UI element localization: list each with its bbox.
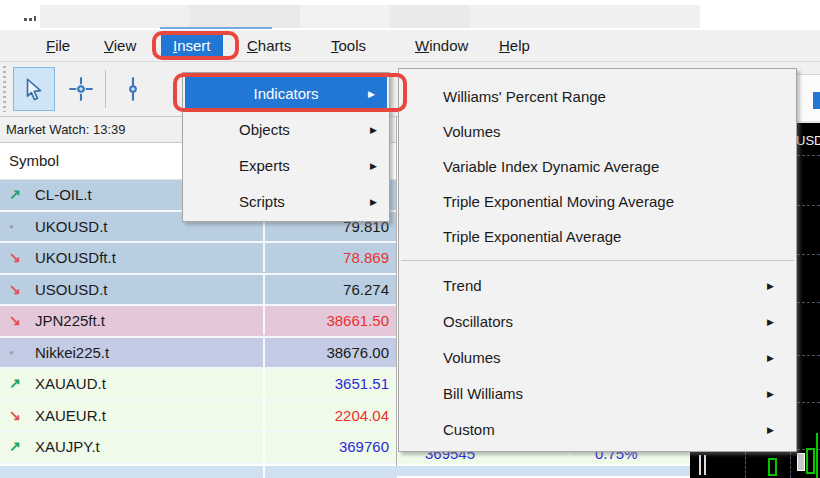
trend-flat-icon: ● xyxy=(9,212,31,241)
title-strip xyxy=(0,0,820,30)
submenu-item-triple-exponential-average[interactable]: Triple Exponential Average xyxy=(399,219,796,254)
faded-tab xyxy=(390,5,470,28)
bid-price: 78.869 xyxy=(263,243,394,272)
trend-down-icon: ↘ xyxy=(9,401,31,430)
annotation-highlight-insert xyxy=(152,31,239,60)
table-row[interactable]: ↗ XAUAUD.t 3651.51 xyxy=(0,369,396,401)
title-fragment xyxy=(24,16,38,22)
table-row[interactable]: ↘ XAUEUR.t 2204.04 xyxy=(0,401,396,433)
submenu-item-williams-percent-range[interactable]: Williams' Percent Range xyxy=(399,79,796,114)
symbol-name: CL-OIL.t xyxy=(35,180,92,209)
table-row[interactable]: ↘ JPN225ft.t 38661.50 xyxy=(0,306,396,338)
submenu-category-custom[interactable]: Custom ▶ xyxy=(399,412,796,448)
menu-charts[interactable]: Charts xyxy=(247,30,291,62)
toolbar-grip[interactable] xyxy=(3,66,6,112)
trend-up-icon: ↗ xyxy=(9,180,31,209)
submenu-arrow-icon: ▶ xyxy=(370,184,377,220)
menu-tools[interactable]: Tools xyxy=(331,30,366,62)
symbol-name: XAUJPY.t xyxy=(35,432,100,461)
column-divider xyxy=(569,452,571,456)
symbol-name: XAUEUR.t xyxy=(35,401,106,430)
menu-item-label: Experts xyxy=(239,157,290,174)
symbol-name: JPN225ft.t xyxy=(35,306,105,335)
menu-help[interactable]: Help xyxy=(499,30,530,62)
bid-price: 2204.04 xyxy=(263,401,394,430)
submenu-category-volumes[interactable]: Volumes ▶ xyxy=(399,340,796,376)
bid-price: 3651.51 xyxy=(263,369,394,398)
partial-row xyxy=(0,466,397,478)
submenu-arrow-icon: ▶ xyxy=(767,412,774,448)
symbol-list: ↗ CL-OIL.t ● UKOUSD.t 79.810 ↘ UKOUSDft.… xyxy=(0,180,396,464)
category-label: Trend xyxy=(443,277,482,294)
submenu-arrow-icon: ▶ xyxy=(370,148,377,184)
menu-item-scripts[interactable]: Scripts ▶ xyxy=(183,184,389,220)
bid-price: 76.274 xyxy=(263,275,394,304)
table-row[interactable]: ↘ UKOUSDft.t 78.869 xyxy=(0,243,396,275)
category-label: Volumes xyxy=(443,349,501,366)
crosshair-icon xyxy=(67,75,95,103)
menu-file[interactable]: File xyxy=(46,30,70,62)
menu-separator xyxy=(401,260,794,261)
menu-bar: File View Insert Charts Tools Window Hel… xyxy=(0,30,820,62)
bid-price: 38661.50 xyxy=(263,306,394,335)
submenu-item-volumes[interactable]: Volumes xyxy=(399,114,796,149)
partial-blue-icon xyxy=(813,92,820,109)
symbol-name: UKOUSDft.t xyxy=(35,243,116,272)
chart-area[interactable]: USD xyxy=(797,121,820,478)
chart-symbol-label: USD xyxy=(797,133,820,148)
submenu-arrow-icon: ▶ xyxy=(767,376,774,412)
candlestick xyxy=(806,448,815,474)
crosshair-tool-button[interactable] xyxy=(60,67,102,111)
trend-flat-icon: ● xyxy=(9,338,31,367)
trend-down-icon: ↘ xyxy=(9,243,31,272)
submenu-category-bill-williams[interactable]: Bill Williams ▶ xyxy=(399,376,796,412)
submenu-arrow-icon: ▶ xyxy=(767,340,774,376)
candlestick xyxy=(797,453,805,471)
indicators-submenu: Williams' Percent Range Volumes Variable… xyxy=(398,68,797,452)
vertical-line-tool-button[interactable] xyxy=(112,67,154,111)
active-tab-underline xyxy=(160,27,272,29)
clipped-change-value: 0.75% xyxy=(595,452,638,464)
chart-corner xyxy=(690,452,797,478)
symbol-name: XAUAUD.t xyxy=(35,369,106,398)
clipped-row-extension: 369545 0.75% xyxy=(397,452,690,464)
submenu-item-variable-index-dynamic-average[interactable]: Variable Index Dynamic Average xyxy=(399,149,796,184)
table-row[interactable]: ↘ USOUSD.t 76.274 xyxy=(0,275,396,307)
trend-up-icon: ↗ xyxy=(9,369,31,398)
menu-item-experts[interactable]: Experts ▶ xyxy=(183,148,389,184)
trend-down-icon: ↘ xyxy=(9,306,31,335)
table-row[interactable]: ● Nikkei225.t 38676.00 xyxy=(0,338,396,370)
table-row[interactable]: ↗ XAUJPY.t 369760 xyxy=(0,432,396,464)
bid-price: 38676.00 xyxy=(263,338,394,367)
toolbar-separator xyxy=(105,70,106,108)
submenu-arrow-icon: ▶ xyxy=(767,268,774,304)
menu-view[interactable]: View xyxy=(104,30,136,62)
cursor-tool-button[interactable] xyxy=(13,67,55,111)
category-label: Oscillators xyxy=(443,313,513,330)
submenu-category-trend[interactable]: Trend ▶ xyxy=(399,268,796,304)
submenu-arrow-icon: ▶ xyxy=(767,304,774,340)
category-label: Bill Williams xyxy=(443,385,523,402)
menu-window[interactable]: Window xyxy=(415,30,468,62)
symbol-name: UKOUSD.t xyxy=(35,212,108,241)
menu-item-label: Objects xyxy=(239,121,290,138)
trend-up-icon: ↗ xyxy=(9,432,31,461)
faded-tab xyxy=(190,5,300,28)
metatrader-window: File View Insert Charts Tools Window Hel… xyxy=(0,0,820,478)
toolbar-right-button-partial[interactable] xyxy=(795,74,820,122)
submenu-item-triple-exponential-moving-average[interactable]: Triple Exponential Moving Average xyxy=(399,184,796,219)
bid-price: 369760 xyxy=(263,432,394,461)
symbol-name: Nikkei225.t xyxy=(35,338,109,367)
vertical-line-icon xyxy=(119,75,147,103)
faded-tab xyxy=(300,5,390,28)
candlestick-partial xyxy=(768,458,777,476)
trend-down-icon: ↘ xyxy=(9,275,31,304)
faded-tab xyxy=(470,5,700,28)
category-label: Custom xyxy=(443,421,495,438)
submenu-arrow-icon: ▶ xyxy=(370,112,377,148)
candlestick-wick xyxy=(816,433,818,478)
menu-item-objects[interactable]: Objects ▶ xyxy=(183,112,389,148)
annotation-highlight-indicators xyxy=(173,73,407,112)
menu-item-label: Scripts xyxy=(239,193,285,210)
submenu-category-oscillators[interactable]: Oscillators ▶ xyxy=(399,304,796,340)
